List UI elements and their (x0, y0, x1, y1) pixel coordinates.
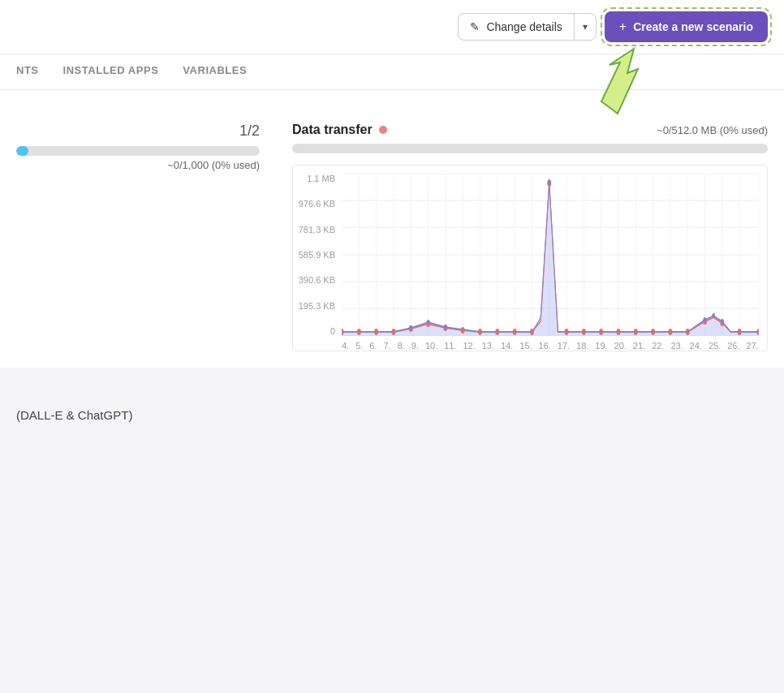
chart-container: 1.1 MB 976.6 KB 781.3 KB 585.9 KB 390.6 … (292, 165, 768, 351)
y-label-2: 781.3 KB (299, 225, 335, 235)
x-label-10: 10. (425, 341, 437, 351)
chevron-down-icon: ▾ (583, 21, 588, 32)
plus-icon: + (619, 19, 627, 34)
change-details-main[interactable]: ✎ Change details (459, 14, 574, 40)
change-details-label: Change details (486, 20, 562, 33)
change-details-dropdown[interactable]: ▾ (575, 15, 596, 39)
svg-point-63 (712, 313, 715, 318)
x-label-9: 9. (411, 341, 419, 351)
dt-header: Data transfer ~0/512.0 MB (0% used) (292, 123, 768, 137)
x-label-14: 14. (501, 341, 513, 351)
data-transfer-section: Data transfer ~0/512.0 MB (0% used) 1.1 … (292, 123, 768, 351)
x-label-12: 12. (463, 341, 475, 351)
svg-point-64 (721, 319, 724, 324)
x-label-8: 8. (398, 341, 405, 351)
bottom-section: (DALL-E & ChatGPT) (0, 384, 784, 438)
scenarios-usage-label: ~0/1,000 (0% used) (167, 159, 260, 171)
tab-nts[interactable]: NTS (16, 64, 39, 80)
svg-point-59 (427, 320, 430, 325)
x-label-23: 23. (670, 341, 683, 351)
scenarios-fraction: 1/2 (239, 123, 260, 140)
y-label-1: 976.6 KB (299, 199, 335, 209)
nav-tabs: NTS INSTALLED APPS VARIABLES (0, 54, 784, 90)
chart-area: 1.1 MB 976.6 KB 781.3 KB 585.9 KB 390.6 … (293, 174, 759, 336)
y-label-4: 390.6 KB (299, 275, 335, 285)
y-label-3: 585.9 KB (299, 250, 335, 260)
create-scenario-label: Create a new scenario (633, 20, 753, 33)
dt-title: Data transfer (292, 123, 387, 137)
x-label-6: 6. (369, 341, 377, 351)
svg-point-58 (409, 325, 412, 330)
x-label-21: 21. (633, 341, 645, 351)
change-details-button[interactable]: ✎ Change details ▾ (458, 13, 596, 41)
scenarios-progress-fill (16, 146, 28, 156)
svg-point-61 (548, 179, 551, 184)
dt-progress-bar (292, 144, 768, 153)
x-label-18: 18. (576, 341, 588, 351)
y-axis: 1.1 MB 976.6 KB 781.3 KB 585.9 KB 390.6 … (293, 174, 342, 336)
main-content: 1/2 ~0/1,000 (0% used) Data transfer ~0/… (0, 90, 784, 368)
x-label-5: 5. (355, 341, 363, 351)
tab-variables[interactable]: VARIABLES (183, 64, 247, 80)
dt-usage-label: ~0/512.0 MB (0% used) (657, 124, 768, 136)
x-label-13: 13. (482, 341, 494, 351)
dt-dot-icon (379, 126, 387, 134)
x-label-19: 19. (595, 341, 607, 351)
y-label-0: 1.1 MB (307, 174, 335, 183)
svg-point-62 (704, 317, 707, 322)
x-label-20: 20. (614, 341, 627, 351)
dt-label: Data transfer (292, 123, 373, 137)
x-label-25: 25. (709, 341, 721, 351)
x-label-26: 26. (727, 341, 739, 351)
x-label-11: 11. (444, 341, 456, 351)
x-label-4: 4. (342, 341, 349, 351)
x-label-16: 16. (539, 341, 551, 351)
chart-svg-wrap (342, 174, 759, 336)
chart-svg (342, 174, 759, 336)
x-label-27: 27. (746, 341, 758, 351)
x-label-17: 17. (558, 341, 570, 351)
svg-point-40 (461, 327, 465, 334)
top-bar: ✎ Change details ▾ + Create a new scenar… (0, 0, 784, 54)
x-axis: 4. 5. 6. 7. 8. 9. 10. 11. 12. 13. 14. 15… (293, 336, 759, 351)
create-scenario-button[interactable]: + Create a new scenario (605, 11, 768, 42)
scenarios-progress-bar (16, 146, 260, 156)
x-label-24: 24. (690, 341, 702, 351)
y-label-6: 0 (330, 326, 335, 336)
svg-point-60 (444, 325, 447, 329)
stats-section: 1/2 ~0/1,000 (0% used) Data transfer ~0/… (16, 106, 768, 368)
edit-icon: ✎ (470, 20, 480, 33)
y-label-5: 195.3 KB (299, 301, 335, 311)
x-label-15: 15. (519, 341, 532, 351)
tab-installed-apps[interactable]: INSTALLED APPS (63, 64, 159, 80)
x-label-22: 22. (652, 341, 664, 351)
x-label-7: 7. (383, 341, 390, 351)
bottom-label: (DALL-E & ChatGPT) (16, 408, 768, 422)
